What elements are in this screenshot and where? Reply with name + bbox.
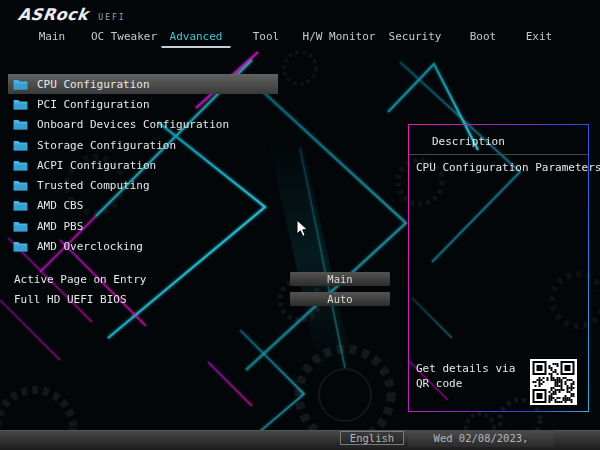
folder-icon [13,241,28,252]
folder-icon [13,140,28,151]
menu-item-label: AMD Overclocking [37,240,143,253]
tab-bar: Main OC Tweaker Advanced Tool H/W Monito… [0,30,600,46]
menu-item-label: CPU Configuration [37,78,150,91]
menu-item-label: ACPI Configuration [37,159,156,172]
menu-item-trusted-computing[interactable]: Trusted Computing [8,175,278,195]
active-page-on-entry-value[interactable]: Main [290,272,390,286]
bios-screen: ASRock UEFI Main OC Tweaker Advanced Too… [0,0,600,450]
description-title: Description [432,135,505,148]
datetime-display: Wed 02/08/2023, 11:33:26 [408,430,554,447]
menu-item-acpi-configuration[interactable]: ACPI Configuration [8,155,278,175]
full-hd-uefi-bios-value[interactable]: Auto [290,292,390,306]
folder-icon [13,119,28,130]
folder-icon [13,180,28,191]
tab-exit[interactable]: Exit [526,30,553,43]
tab-main[interactable]: Main [39,30,66,43]
tab-advanced[interactable]: Advanced [170,30,223,43]
tab-security[interactable]: Security [389,30,442,43]
logo-text: ASRock [17,5,90,24]
menu-item-amd-pbs[interactable]: AMD PBS [8,216,278,236]
menu-item-amd-overclocking[interactable]: AMD Overclocking [8,236,278,256]
menu-item-cpu-configuration[interactable]: CPU Configuration [8,74,278,94]
description-panel: Description CPU Configuration Parameters… [408,124,589,412]
folder-icon [13,79,28,90]
qr-code [530,359,577,405]
menu-item-amd-cbs[interactable]: AMD CBS [8,196,278,216]
menu-item-label: AMD PBS [37,220,83,233]
language-button[interactable]: English [340,431,404,445]
tab-tool[interactable]: Tool [253,30,280,43]
asrock-logo: ASRock UEFI [18,5,126,24]
description-separator [409,154,588,155]
tab-oc-tweaker[interactable]: OC Tweaker [91,30,157,43]
folder-icon [13,99,28,110]
menu-item-label: Storage Configuration [37,139,176,152]
menu-item-label: AMD CBS [37,199,83,212]
menu-item-storage-configuration[interactable]: Storage Configuration [8,135,278,155]
menu-item-label: PCI Configuration [37,98,150,111]
description-body: CPU Configuration Parameters [416,161,600,174]
menu-item-label: Onboard Devices Configuration [37,118,229,131]
tab-boot[interactable]: Boot [470,30,497,43]
menu-item-label: Trusted Computing [37,179,150,192]
tab-hw-monitor[interactable]: H/W Monitor [303,30,376,43]
full-hd-uefi-bios-label: Full HD UEFI BIOS [14,293,127,306]
folder-icon [13,221,28,232]
logo-uefi-label: UEFI [98,13,125,22]
menu-item-pci-configuration[interactable]: PCI Configuration [8,94,278,114]
mouse-cursor [296,219,309,238]
folder-icon [13,200,28,211]
qr-caption: Get details via QR code [416,361,528,391]
menu-item-onboard-devices-configuration[interactable]: Onboard Devices Configuration [8,115,278,135]
active-page-on-entry-label: Active Page on Entry [14,273,146,286]
folder-icon [13,160,28,171]
advanced-menu-list: CPU ConfigurationPCI ConfigurationOnboar… [8,74,278,257]
